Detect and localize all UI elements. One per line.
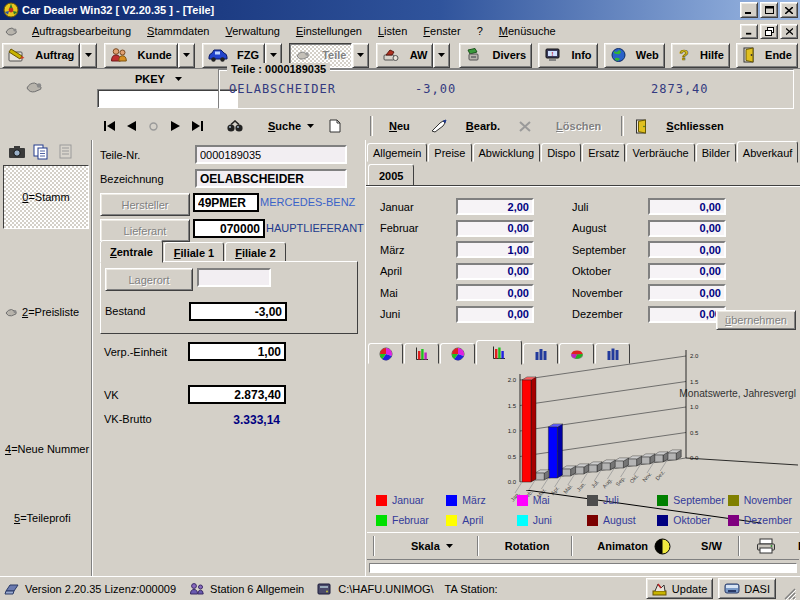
close-button[interactable] <box>780 2 798 18</box>
separator <box>571 536 573 556</box>
aw-button[interactable]: AW <box>376 43 433 68</box>
detail-tab[interactable]: Allgemein <box>367 143 427 162</box>
menu-item[interactable]: Listen <box>378 25 407 37</box>
menu-item[interactable]: Auftragsbearbeitung <box>32 25 131 37</box>
teile-dropdown[interactable] <box>352 43 369 68</box>
menu-item[interactable]: Fenster <box>423 25 460 37</box>
verp-einheit-field[interactable] <box>188 342 286 361</box>
druck-button[interactable]: Druck <box>788 540 800 552</box>
new-document-icon[interactable] <box>324 115 346 137</box>
filiale-tab[interactable]: Filiale 1 <box>164 242 224 262</box>
print-icon[interactable] <box>746 538 786 554</box>
rotation-button[interactable]: Rotation <box>495 540 560 552</box>
vk-brutto-value: 3.333,14 <box>188 413 280 427</box>
lagerort-field[interactable] <box>197 268 271 287</box>
month-value-field[interactable] <box>648 284 726 301</box>
edit-hand-icon[interactable] <box>428 115 450 137</box>
month-value-field[interactable] <box>648 263 726 280</box>
month-value-field[interactable] <box>456 306 534 323</box>
maximize-button[interactable] <box>760 2 778 18</box>
mdi-minimize-button[interactable] <box>740 24 758 39</box>
detail-tab[interactable]: Preise <box>428 143 471 162</box>
chart-tab-bars-3d[interactable] <box>476 340 522 365</box>
update-button[interactable]: Update <box>646 578 713 599</box>
copy-icon[interactable] <box>33 144 48 160</box>
camera-icon[interactable] <box>8 145 26 159</box>
menu-item[interactable]: Menüsuche <box>499 25 556 37</box>
part-name: OELABSCHEIDER <box>229 82 336 96</box>
detail-tab[interactable]: Abwicklung <box>473 143 541 162</box>
month-value-field[interactable] <box>456 263 534 280</box>
chart-tab-pie-2[interactable] <box>440 343 475 364</box>
month-value-field[interactable] <box>456 220 534 237</box>
detail-tab[interactable]: Dispo <box>541 143 581 162</box>
neu-button[interactable]: Neu <box>383 118 416 134</box>
year-tab-2005[interactable]: 2005 <box>368 164 414 186</box>
resize-grip[interactable] <box>783 587 796 600</box>
search-input[interactable] <box>97 89 238 108</box>
menu-item[interactable]: Stammdaten <box>147 25 209 37</box>
filiale-tab[interactable]: Zentrale <box>100 240 163 263</box>
hilfe-button[interactable]: ? Hilfe <box>671 43 730 68</box>
detail-tab[interactable]: Verbräuche <box>626 143 694 162</box>
web-button[interactable]: Web <box>604 43 665 68</box>
suche-dropdown[interactable] <box>307 124 314 128</box>
kunde-button[interactable]: Kunde <box>104 43 177 68</box>
first-record-button[interactable] <box>98 115 120 137</box>
menu-item[interactable]: Verwaltung <box>225 25 279 37</box>
menu-item[interactable]: ? <box>477 25 483 37</box>
hersteller-code-field[interactable] <box>193 193 259 212</box>
dasi-button[interactable]: DASI <box>718 578 776 599</box>
pkey-dropdown[interactable] <box>175 77 182 81</box>
month-value-field[interactable] <box>648 198 726 215</box>
sidebar-item-teileprofi[interactable]: 5=Teileprofi <box>14 512 71 524</box>
chart-tab-bars-1[interactable] <box>404 343 439 364</box>
vk-field[interactable] <box>188 385 286 404</box>
sidebar-item-stamm[interactable]: 0=Stamm <box>3 165 89 229</box>
month-value-field[interactable] <box>456 284 534 301</box>
suche-button[interactable]: Suche <box>262 118 307 134</box>
aw-dropdown[interactable] <box>433 43 450 68</box>
mdi-restore-button[interactable] <box>760 24 778 39</box>
next-record-button[interactable] <box>164 115 186 137</box>
bearb-button[interactable]: Bearb. <box>460 118 506 134</box>
skala-button[interactable]: Skala <box>401 540 463 552</box>
auftrag-dropdown[interactable] <box>80 43 97 68</box>
animation-button[interactable]: Animaton <box>587 538 681 555</box>
close-door-icon[interactable] <box>630 115 652 137</box>
month-value-field[interactable] <box>456 198 534 215</box>
month-value-field[interactable] <box>648 220 726 237</box>
minimize-button[interactable] <box>740 2 758 18</box>
detail-tab[interactable]: Bilder <box>696 143 736 162</box>
kunde-dropdown[interactable] <box>178 43 195 68</box>
detail-tab[interactable]: Ersatz <box>582 143 625 162</box>
month-value-field[interactable] <box>648 306 726 323</box>
month-value-field[interactable] <box>648 241 726 258</box>
sidebar-item-preisliste[interactable]: 2=Preisliste <box>22 306 79 318</box>
divers-button[interactable]: Divers <box>459 43 532 68</box>
mdi-child-icon[interactable] <box>4 23 20 39</box>
bezeichnung-field[interactable] <box>195 169 347 188</box>
menu-item[interactable]: Einstellungen <box>296 25 362 37</box>
previous-record-button[interactable] <box>120 115 142 137</box>
schliessen-button[interactable]: Schliessen <box>660 118 729 134</box>
teile-nr-field[interactable] <box>195 145 347 164</box>
legend-label: März <box>462 494 485 506</box>
ende-button[interactable]: Ende <box>736 43 798 68</box>
chart-tab-pie-1[interactable] <box>368 343 403 364</box>
chart-tab-pie-3d[interactable] <box>559 343 594 364</box>
find-icon[interactable] <box>224 115 246 137</box>
sw-button[interactable]: S/W <box>691 540 732 552</box>
bestand-field[interactable] <box>189 302 287 321</box>
last-record-button[interactable] <box>186 115 208 137</box>
sidebar-item-neue-nummer[interactable]: 4=Neue Nummer <box>5 443 89 455</box>
auftrag-button[interactable]: Auftrag <box>2 43 80 68</box>
filiale-tab[interactable]: Filiale 2 <box>225 242 285 262</box>
detail-tab[interactable]: Abverkauf <box>737 141 799 163</box>
mdi-close-button[interactable] <box>780 24 798 39</box>
chart-tab-bars-blue-1[interactable] <box>523 343 558 364</box>
lieferant-code-field[interactable] <box>193 219 265 238</box>
chart-tab-bars-blue-2[interactable] <box>595 343 630 364</box>
month-value-field[interactable] <box>456 241 534 258</box>
info-button[interactable]: ! Info <box>538 43 597 68</box>
